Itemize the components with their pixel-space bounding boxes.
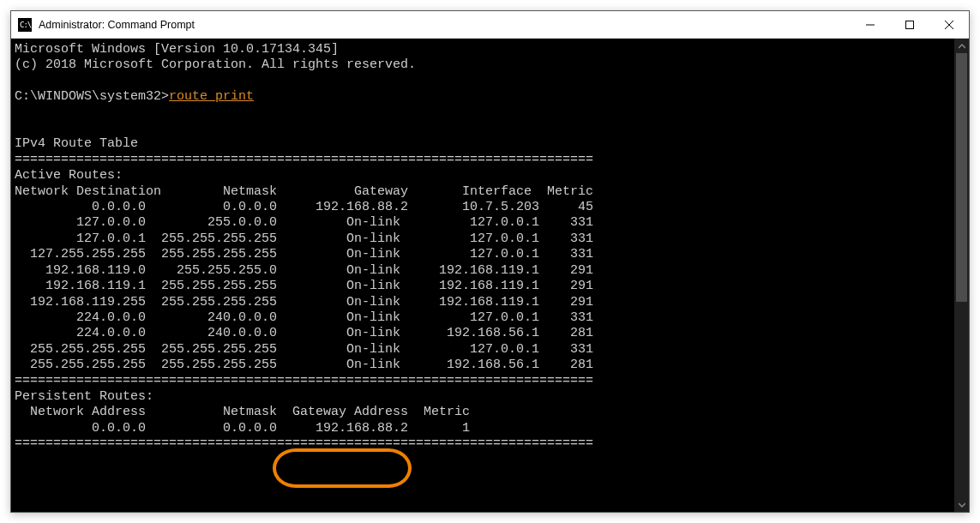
scroll-up-button[interactable] xyxy=(954,39,969,53)
client-area: Microsoft Windows [Version 10.0.17134.34… xyxy=(11,39,969,512)
scroll-down-button[interactable] xyxy=(954,497,969,512)
svg-rect-1 xyxy=(906,21,914,28)
terminal-output[interactable]: Microsoft Windows [Version 10.0.17134.34… xyxy=(11,39,954,512)
close-button[interactable] xyxy=(929,11,969,39)
app-icon: C:\ xyxy=(18,18,32,32)
scrollbar-thumb[interactable] xyxy=(956,53,967,302)
minimize-button[interactable] xyxy=(851,11,890,39)
cmd-window: C:\ Administrator: Command Prompt Micros… xyxy=(10,10,970,513)
maximize-button[interactable] xyxy=(890,11,929,39)
scrollbar-track[interactable] xyxy=(954,53,969,497)
vertical-scrollbar[interactable] xyxy=(954,39,969,512)
titlebar[interactable]: C:\ Administrator: Command Prompt xyxy=(11,11,969,39)
window-title: Administrator: Command Prompt xyxy=(39,19,195,31)
